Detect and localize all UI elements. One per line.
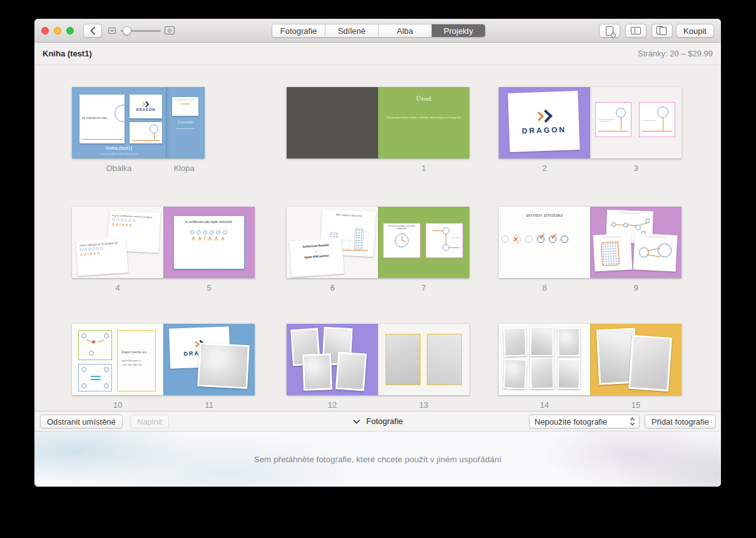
tab-sdilene[interactable]: Sdílené xyxy=(325,24,379,37)
project-header: Kniha (test1) Stránky: 20 – $29.99 xyxy=(34,43,721,65)
page-label-8: 8 xyxy=(542,283,546,292)
page-dragon-photo: DRAGON xyxy=(163,324,255,395)
spread-10-11-thumbnail[interactable]: * Dragon Internet, a.s. appl xyxy=(72,324,255,395)
fill-label: Naplnit xyxy=(137,417,162,427)
project-title: Kniha (test1) xyxy=(43,49,92,58)
photo-placeholder xyxy=(558,359,581,390)
page-label-13: 13 xyxy=(419,400,428,410)
photo-placeholder xyxy=(530,358,554,390)
selected-card[interactable]: je certifikováno jako Apple obchodník. ○… xyxy=(173,215,245,269)
page-blank-dark xyxy=(287,87,378,158)
cover-back-card: se intenzivné roky xyxy=(79,95,125,143)
spread-8-9-thumbnail[interactable]: servisní středisko ×✓✓ xyxy=(499,207,682,278)
fill-button[interactable]: Naplnit xyxy=(130,415,169,428)
spread-2-3-thumbnail[interactable]: DRAGON xyxy=(499,87,682,158)
page-label-7: 7 xyxy=(421,283,426,292)
cover-title: Kniha (test1) xyxy=(72,145,166,151)
thumbnail-small-icon xyxy=(108,28,116,34)
photo-filter-select[interactable]: Nepoužité fotografie xyxy=(529,415,640,428)
contact-frame-green: * xyxy=(78,330,112,360)
buy-label: Koupit xyxy=(683,26,707,36)
add-page-icon: + xyxy=(606,26,613,36)
photo-placeholder xyxy=(503,327,527,356)
view-tabs: Fotografie Sdílené Alba Projekty xyxy=(272,24,486,38)
layout-view-button[interactable] xyxy=(625,24,646,38)
spread-cell-4-5: 4 jsou certifikovaní technici od Apple ○… xyxy=(72,207,255,278)
photo-drop-area[interactable]: Sem přetáhněte fotografie, které chcete … xyxy=(34,432,721,487)
people-bodies-doodle: ∧∧/∧∧∧ xyxy=(178,235,240,242)
zoom-slider-knob[interactable] xyxy=(123,26,131,35)
spread-cell-12-13: 12 13 xyxy=(287,324,469,395)
tab-projekty[interactable]: Projekty xyxy=(432,24,485,37)
photo-browser-bar: Odstranit umístěné Naplnit Fotografie Ne… xyxy=(34,411,721,432)
tab-label: Sdílené xyxy=(338,26,365,36)
page-uvod: Úvod Zadejte popis knihy, můžete v někol… xyxy=(378,87,469,158)
close-window-button[interactable] xyxy=(41,27,49,34)
spread-12-13-thumbnail[interactable] xyxy=(287,324,469,395)
service-heading: servisní středisko xyxy=(499,213,590,217)
page-contact: * Dragon Internet, a.s. appl xyxy=(72,324,163,395)
pages-view-button[interactable] xyxy=(651,24,673,38)
reseller-line: Apple B2B partner xyxy=(293,253,340,259)
page-label-15: 15 xyxy=(631,400,640,410)
tab-label: Alba xyxy=(397,26,413,36)
spread-1-thumbnail[interactable]: Úvod Zadejte popis knihy, můžete v někol… xyxy=(287,87,469,158)
zoom-window-button[interactable] xyxy=(66,27,74,34)
contact-frame-yellow: Dragon Internet, a.s. apple@dragon.cz +4… xyxy=(117,330,156,391)
page-dragon-logo: DRAGON xyxy=(499,87,590,158)
page-two-photos xyxy=(378,324,469,395)
spread-cell-2-3: DRAGON xyxy=(499,87,682,158)
company-name: Dragon Internet, a.s. xyxy=(121,351,151,354)
add-photos-button[interactable]: Přidat fotografie xyxy=(645,415,716,428)
spread-cell-10-11: * Dragon Internet, a.s. appl xyxy=(72,324,255,395)
page-body-text: Zadejte popis knihy, můžete v několika v… xyxy=(385,116,462,119)
cover-flap: ≈≈≈≈≈ O této knize xyxy=(166,87,205,158)
star-doodle: * xyxy=(92,339,95,348)
photo-placeholder xyxy=(302,353,332,391)
page-layout-frames xyxy=(590,87,682,158)
spread-6-7-thumbnail[interactable]: 6500 stálých zákazníků Authorized Resell… xyxy=(287,207,469,278)
page-two-tilted-photos xyxy=(590,324,682,395)
photo-placeholder xyxy=(558,328,581,357)
chevron-left-icon xyxy=(90,26,96,35)
chart-title: 6500 stálých zákazníků xyxy=(325,212,372,218)
check-row-doodle: ×✓✓ xyxy=(501,234,573,246)
photo-placeholder xyxy=(530,326,554,357)
flap-heading: O této knize xyxy=(166,121,205,124)
minimize-window-button[interactable] xyxy=(54,27,61,34)
spread-4-5-thumbnail[interactable]: 4 jsou certifikovaní technici od Apple ○… xyxy=(72,207,255,278)
spread-cell-cover: se intenzivné roky DRAGON xyxy=(72,87,205,158)
page-label-1: 1 xyxy=(421,163,426,173)
cover-thumbnail[interactable]: se intenzivné roky DRAGON xyxy=(72,87,205,158)
page-title-uvod: Úvod xyxy=(378,96,469,102)
squiggle-doodle: ≈≈≈≈≈ xyxy=(172,101,198,106)
spread-cell-1: Úvod Zadejte popis knihy, můžete v někol… xyxy=(287,87,469,158)
spread-14-15-thumbnail[interactable] xyxy=(499,324,682,395)
dragon-wordmark: DRAGON xyxy=(136,108,155,111)
page-label-12: 12 xyxy=(328,400,337,410)
tab-label: Fotografie xyxy=(280,26,317,36)
chevron-down-icon xyxy=(352,419,360,424)
photo-placeholder xyxy=(503,358,527,389)
back-button[interactable] xyxy=(83,24,102,38)
page-label-6: 6 xyxy=(330,283,334,292)
dragon-wordmark: DRAGON xyxy=(522,125,567,135)
page-photo-grid xyxy=(499,324,590,395)
add-page-button[interactable]: + xyxy=(599,24,620,38)
photos-section-toggle[interactable]: Fotografie xyxy=(352,411,403,431)
tab-alba[interactable]: Alba xyxy=(379,24,432,37)
buy-button[interactable]: Koupit xyxy=(676,24,714,38)
dragon-chevron-icon xyxy=(534,108,553,124)
cover-front-logo-card: DRAGON xyxy=(130,95,162,118)
stepper-arrows-icon xyxy=(630,417,635,426)
toolbar: Fotografie Sdílené Alba Projekty + Koupi… xyxy=(34,19,721,43)
tab-fotografie[interactable]: Fotografie xyxy=(272,24,325,37)
page-label-14: 14 xyxy=(540,400,549,410)
remove-placed-button[interactable]: Odstranit umístěné xyxy=(40,415,123,428)
page-label-2: 2 xyxy=(542,163,546,173)
page-team-cards: 4 jsou certifikovaní technici od Apple ○… xyxy=(72,207,163,278)
dragon-logo: DRAGON xyxy=(136,101,155,111)
spread-cell-6-7: 6500 stálých zákazníků Authorized Resell… xyxy=(287,207,469,278)
spread-grid: se intenzivné roky DRAGON xyxy=(34,65,721,411)
dragon-chevron-icon xyxy=(141,101,150,108)
